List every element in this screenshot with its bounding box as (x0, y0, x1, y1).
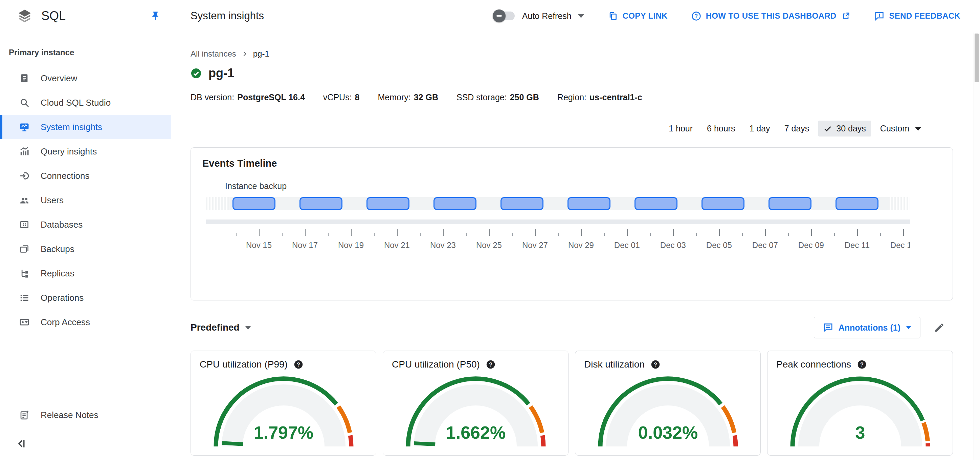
sidebar-item-backups[interactable]: Backups (0, 237, 171, 261)
replicas-icon (19, 268, 29, 278)
main-content: All instances pg-1 pg-1 DB version:Postg… (172, 32, 980, 460)
page-title: System insights (191, 10, 264, 22)
axis-label: Nov 19 (338, 241, 364, 250)
sidebar-item-label: Replicas (41, 268, 75, 279)
predefined-dropdown[interactable]: Predefined (191, 322, 251, 333)
axis-tick (673, 229, 674, 236)
sidebar-item-users[interactable]: Users (0, 188, 171, 212)
backup-event-pill[interactable] (702, 197, 745, 210)
backup-event-pill[interactable] (299, 197, 342, 210)
backup-events-track (206, 197, 910, 210)
axis-tick (719, 229, 720, 236)
sidebar-item-connections[interactable]: Connections (0, 164, 171, 188)
axis-label: Dec 05 (706, 241, 732, 250)
backup-event-pill[interactable] (366, 197, 409, 210)
axis-label: Nov 25 (476, 241, 502, 250)
sidebar-item-label: Cloud SQL Studio (41, 97, 111, 108)
timeline-hatch-left (206, 197, 229, 210)
breadcrumb-all-instances[interactable]: All instances (191, 49, 236, 59)
backup-event-pill[interactable] (501, 197, 544, 210)
auto-refresh-caret-icon[interactable] (578, 14, 584, 18)
sidebar-item-label: Users (41, 195, 64, 206)
axis-tick (305, 229, 305, 236)
sidebar-item-cloud-sql-studio[interactable]: Cloud SQL Studio (0, 91, 171, 115)
how-to-use-this-dashboard-button[interactable]: ?HOW TO USE THIS DASHBOARD (691, 11, 851, 21)
meta-vcpus-: vCPUs:8 (323, 93, 360, 102)
gauge-value: 0.032% (638, 423, 697, 442)
axis-tick (443, 229, 444, 236)
pin-icon[interactable] (150, 11, 161, 21)
events-timeline-title: Events Timeline (202, 158, 941, 169)
axis-label: Dec 03 (660, 241, 686, 250)
sidebar-item-label: Overview (41, 73, 77, 84)
time-range-1-hour[interactable]: 1 hour (663, 121, 698, 136)
auto-refresh-toggle[interactable] (495, 11, 515, 20)
send-feedback-label: SEND FEEDBACK (889, 11, 960, 21)
helpFilled-icon[interactable]: ? (651, 360, 660, 369)
axis-tick (581, 229, 582, 236)
time-range-selector: 1 hour6 hours1 day7 days30 daysCustom (191, 121, 926, 136)
backup-event-pill[interactable] (635, 197, 678, 210)
meta-region-: Region:us-central1-c (557, 93, 642, 102)
gauge-chart: 1.797% (206, 369, 361, 455)
auto-refresh-toggle-knob[interactable] (493, 10, 506, 22)
backup-event-pill[interactable] (835, 197, 878, 210)
sidebar-item-label: Query insights (41, 146, 97, 157)
time-range-7-days[interactable]: 7 days (780, 121, 815, 136)
helpFilled-icon[interactable]: ? (486, 360, 495, 369)
sidebar-item-databases[interactable]: Databases (0, 212, 171, 237)
checkmark-icon (823, 124, 832, 133)
sidebar-item-label: Backups (41, 244, 75, 254)
sidebar-item-corp-access[interactable]: Corp Access (0, 310, 171, 334)
instance-header: pg-1 (191, 66, 953, 80)
sidebar-item-release-notes[interactable]: Release Notes (0, 402, 171, 428)
send-feedback-button[interactable]: SEND FEEDBACK (874, 11, 960, 21)
backup-event-pill[interactable] (232, 197, 275, 210)
axis-label: Dec 11 (845, 241, 870, 250)
breadcrumb-current: pg-1 (253, 49, 269, 59)
axis-tick (374, 233, 375, 236)
axis-tick (282, 233, 283, 236)
vertical-scrollbar[interactable] (974, 32, 980, 460)
collapse-sidebar-icon[interactable] (16, 438, 27, 449)
helpFilled-icon[interactable]: ? (857, 360, 867, 369)
backup-event-pill[interactable] (568, 197, 611, 210)
backup-event-pill[interactable] (433, 197, 476, 210)
scrollbar-thumb[interactable] (975, 34, 978, 82)
events-timeline-card: Events Timeline Instance backup Nov 15No… (191, 147, 953, 300)
meta-db-version-: DB version:PostgreSQL 16.4 (191, 93, 305, 102)
axis-tick (535, 229, 536, 236)
sidebar: Primary instance OverviewCloud SQL Studi… (0, 32, 171, 460)
instance-name: pg-1 (208, 66, 234, 80)
time-range-30-days[interactable]: 30 days (818, 121, 871, 136)
edit-dashboard-icon[interactable] (934, 322, 945, 333)
cloud-sql-logo-icon (17, 8, 32, 24)
sidebar-item-operations[interactable]: Operations (0, 286, 171, 310)
sidebar-item-overview[interactable]: Overview (0, 66, 171, 91)
sidebar-item-system-insights[interactable]: System insights (0, 115, 171, 139)
gauge-card-cpu-utilization-p99-: CPU utilization (P99)?1.797% (191, 351, 376, 455)
time-range-6-hours[interactable]: 6 hours (702, 121, 740, 136)
insights-icon (19, 122, 29, 132)
sidebar-item-query-insights[interactable]: Query insights (0, 139, 171, 164)
axis-label: Dec 09 (798, 241, 824, 250)
axis-tick (466, 233, 467, 236)
axis-tick (857, 229, 858, 236)
copy-icon (608, 11, 618, 21)
instance-meta: DB version:PostgreSQL 16.4vCPUs:8Memory:… (191, 93, 953, 102)
gauge-value: 1.662% (445, 423, 505, 442)
axis-tick (903, 229, 904, 236)
helpFilled-icon[interactable]: ? (294, 360, 303, 369)
backup-event-pill[interactable] (768, 197, 811, 210)
axis-label: Nov 23 (430, 241, 456, 250)
timeline-axis-band (206, 219, 910, 224)
predefined-label: Predefined (191, 322, 240, 333)
axis-label: Nov 29 (568, 241, 594, 250)
gauge-chart: 3 (783, 369, 938, 455)
sidebar-item-replicas[interactable]: Replicas (0, 261, 171, 286)
copy-link-button[interactable]: COPY LINK (608, 11, 668, 21)
time-range-1-day[interactable]: 1 day (744, 121, 775, 136)
copy-link-label: COPY LINK (623, 11, 668, 21)
time-range-custom[interactable]: Custom (875, 121, 926, 136)
annotations-button[interactable]: Annotations (1) (814, 317, 920, 339)
